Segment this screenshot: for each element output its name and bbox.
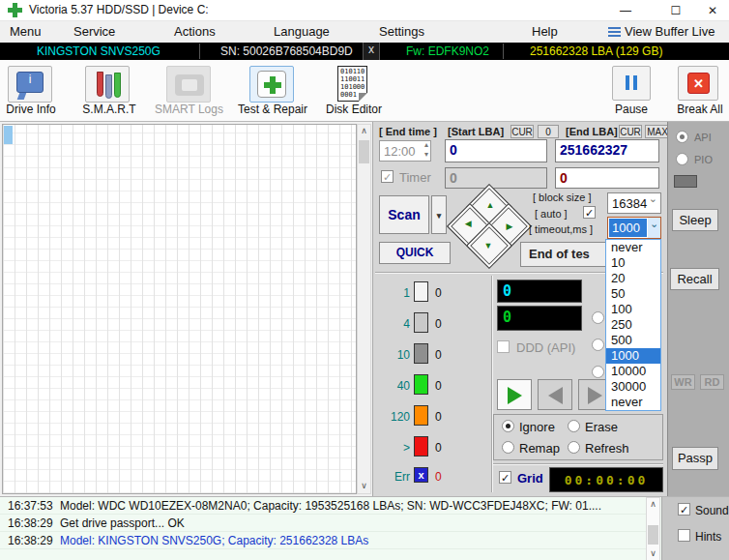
menu-item-settings[interactable]: Settings xyxy=(379,24,424,39)
binary-document-icon: 010110 110011 101000 0001 xyxy=(337,66,367,102)
grid-checkbox[interactable]: ✓ xyxy=(499,471,511,484)
drive-info-label: Drive Info xyxy=(2,103,60,116)
dropdown-option[interactable]: 500 xyxy=(606,333,660,348)
recall-button[interactable]: Recall xyxy=(670,268,719,290)
dropdown-option[interactable]: 20 xyxy=(606,271,660,286)
timer-label: Timer xyxy=(399,170,431,185)
start-lba-zero-button[interactable]: 0 xyxy=(538,125,559,138)
timer-checkbox[interactable]: ✓ xyxy=(381,170,394,183)
rd-button[interactable]: RD xyxy=(700,374,724,390)
disk-editor-label: Disk Editor xyxy=(326,103,382,116)
api-radio[interactable] xyxy=(676,131,688,143)
smart-button[interactable] xyxy=(85,66,130,103)
log-scrollbar-thumb[interactable] xyxy=(648,525,658,545)
device-x-badge[interactable]: x xyxy=(363,43,380,60)
log-text: Model: KINGSTON SNVS250G; Capacity: 2516… xyxy=(60,534,640,547)
dropdown-option[interactable]: never xyxy=(606,240,660,255)
spinner-down-icon[interactable]: ▾ xyxy=(424,150,428,159)
hints-checkbox[interactable] xyxy=(678,529,690,542)
start-lba-cur-button[interactable]: CUR xyxy=(510,125,534,138)
remap-radio[interactable] xyxy=(502,441,514,454)
mode-radio[interactable] xyxy=(592,339,604,351)
scroll-up-icon[interactable]: ∧ xyxy=(358,125,370,138)
dropdown-option[interactable]: 30000 xyxy=(606,379,660,395)
menu-item-help[interactable]: Help xyxy=(532,24,558,39)
dropdown-option[interactable]: 10000 xyxy=(606,364,660,379)
break-all-icon: ✕ xyxy=(687,73,710,94)
minimize-button[interactable]: — xyxy=(609,0,642,21)
dropdown-option[interactable]: never xyxy=(606,395,660,410)
test-repair-button[interactable] xyxy=(249,66,294,103)
pause-button[interactable] xyxy=(612,66,651,101)
counter-block-err: x xyxy=(414,467,428,483)
quick-button[interactable]: QUICK xyxy=(379,242,451,264)
bad-block-action-group: Ignore Erase Remap Refresh xyxy=(493,414,663,460)
sleep-button[interactable]: Sleep xyxy=(672,209,718,231)
spinner-up-icon[interactable]: ▴ xyxy=(424,140,428,149)
mode-radio[interactable] xyxy=(592,311,604,324)
sound-checkbox[interactable]: ✓ xyxy=(678,503,690,516)
menu-item-actions[interactable]: Actions xyxy=(174,24,216,39)
timeout-combo[interactable]: 1000 ⌄ xyxy=(607,217,661,239)
end-time-spinner[interactable]: 12:00 ▴ ▾ xyxy=(379,140,431,162)
dropdown-option[interactable]: 100 xyxy=(606,302,660,317)
remap-label: Remap xyxy=(519,441,560,456)
end-lba-label: [End LBA] xyxy=(566,126,618,137)
scroll-up-icon[interactable]: ∧ xyxy=(647,498,659,512)
maximize-button[interactable]: ☐ xyxy=(659,0,692,21)
scroll-down-icon[interactable]: ∨ xyxy=(358,480,370,493)
ignore-label: Ignore xyxy=(519,420,555,434)
scan-grid-canvas[interactable] xyxy=(2,124,357,494)
dropdown-option[interactable]: 50 xyxy=(606,286,660,302)
scan-dropdown-button[interactable]: ▾ xyxy=(431,195,447,234)
scan-button[interactable]: Scan xyxy=(379,195,429,234)
menu-item-language[interactable]: Language xyxy=(274,24,330,39)
log-time: 16:38:29 xyxy=(8,516,53,530)
forward-icon xyxy=(588,387,602,404)
step-back-button[interactable] xyxy=(538,379,572,410)
pio-label: PIO xyxy=(694,154,713,165)
refresh-radio[interactable] xyxy=(568,441,580,454)
test-tube-blue-icon xyxy=(105,74,112,99)
drive-info-button[interactable]: i xyxy=(8,66,52,103)
counter-count: 0 xyxy=(435,470,442,484)
wr-button[interactable]: WR xyxy=(671,374,695,390)
auto-checkbox[interactable]: ✓ xyxy=(583,206,596,219)
end-lba-cur-button[interactable]: CUR xyxy=(619,125,642,138)
passp-button[interactable]: Passp xyxy=(672,447,718,470)
timer-field-2[interactable]: 0 xyxy=(555,167,659,189)
break-all-button[interactable]: ✕ xyxy=(678,66,718,101)
grid-scrollbar-thumb[interactable] xyxy=(359,140,369,163)
log-row: 16:37:53 Model: WDC WD10EZEX-08M2NA0; Ca… xyxy=(0,497,646,515)
timeout-dropdown-list: never 10 20 50 100 250 500 1000 10000 30… xyxy=(605,239,661,411)
end-lba-input[interactable]: 251662327 xyxy=(555,139,659,162)
erase-label: Erase xyxy=(585,420,618,434)
ddd-api-checkbox[interactable] xyxy=(497,340,510,353)
erase-radio[interactable] xyxy=(568,420,580,432)
menu-item-view-buffer-live[interactable]: View Buffer Live xyxy=(625,24,714,39)
dropdown-option[interactable]: 10 xyxy=(606,255,660,271)
dropdown-option[interactable]: 250 xyxy=(606,317,660,333)
menu-item-menu[interactable]: Menu xyxy=(10,24,42,39)
log-scrollbar[interactable]: ∧ ∨ xyxy=(646,497,660,560)
mode-radio[interactable] xyxy=(592,366,604,378)
ignore-radio[interactable] xyxy=(502,420,514,432)
counter-block-1 xyxy=(414,281,428,302)
menu-item-service[interactable]: Service xyxy=(73,24,115,39)
smart-logs-button[interactable] xyxy=(166,66,211,103)
play-button[interactable] xyxy=(497,379,532,410)
start-lba-input[interactable]: 0 xyxy=(445,139,547,162)
pio-radio[interactable] xyxy=(676,153,688,165)
close-button[interactable]: ✕ xyxy=(696,0,729,21)
nav-left-icon: ◀ xyxy=(465,219,472,228)
folder-icon xyxy=(175,74,204,96)
device-capacity: 251662328 LBA (129 GB) xyxy=(530,44,662,58)
block-size-combo[interactable]: 16384 ⌄ xyxy=(607,192,661,214)
grid-scrollbar[interactable]: ∧ ∨ xyxy=(357,124,371,494)
log-text: Get drive passport... OK xyxy=(60,516,640,530)
counter-block-gt xyxy=(414,436,428,457)
disk-editor-button[interactable]: 010110 110011 101000 0001 xyxy=(331,66,375,103)
dropdown-option-selected[interactable]: 1000 xyxy=(606,348,660,364)
scroll-down-icon[interactable]: ∨ xyxy=(647,547,659,560)
counter-label: 10 xyxy=(388,348,410,362)
